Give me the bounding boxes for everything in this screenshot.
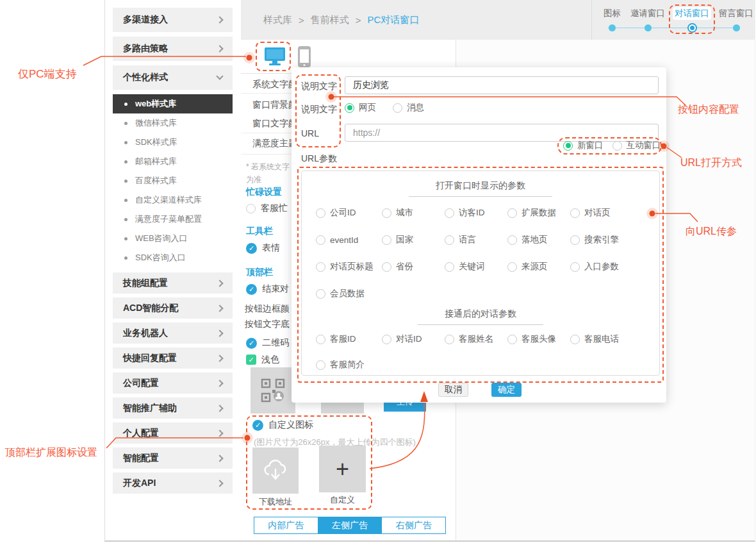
sidebar-submenu-item[interactable]: 自定义渠道样式库 (113, 190, 233, 210)
bullet-icon (124, 256, 127, 260)
url-param-radio[interactable]: 入口参数 (570, 261, 659, 272)
radio-icon (507, 235, 517, 245)
sidebar-submenu-item[interactable]: web样式库 (113, 94, 233, 113)
add-custom-icon-tile[interactable]: + (319, 446, 366, 492)
breadcrumb-item[interactable]: 样式库 (263, 14, 292, 26)
pc-monitor-icon[interactable] (264, 47, 286, 67)
confirm-button[interactable]: 确定 (491, 383, 522, 397)
stepper-step[interactable]: 对话窗口 (673, 7, 711, 33)
download-address-tile[interactable] (252, 447, 299, 494)
url-param-radio[interactable]: 公司ID (316, 207, 382, 219)
stepper-step[interactable]: 邀请窗口 (629, 7, 667, 33)
chevron-right-icon (216, 330, 223, 337)
chat-param-radio[interactable]: 客服电话 (570, 333, 659, 345)
sidebar: 多渠道接入 多路由策略 个性化样式 web样式库 微信样式库 (105, 0, 241, 540)
sidebar-menu-item[interactable]: 智能推广辅助 (113, 397, 233, 419)
sidebar-menu-item[interactable]: 智能配置 (113, 447, 233, 469)
sidebar-menu-item[interactable]: 多路由策略 (113, 37, 233, 61)
sidebar-menu-item[interactable]: 多渠道接入 (113, 8, 233, 32)
sidebar-menu-item[interactable]: 开发API (113, 472, 233, 494)
radio-label: 公司ID (330, 207, 356, 219)
cancel-button[interactable]: 取消 (438, 383, 468, 397)
sidebar-submenu-item[interactable]: 百度样式库 (113, 171, 233, 190)
radio-label: 省份 (396, 261, 413, 272)
radio-icon (570, 335, 580, 344)
url-param-radio[interactable]: 落地页 (507, 234, 570, 246)
check-circle-icon[interactable]: ✓ (252, 420, 263, 431)
stepper-step[interactable]: 留言窗口 (717, 7, 755, 33)
mobile-phone-icon[interactable] (297, 46, 311, 68)
custom-icons-title: 自定义图标 (268, 419, 313, 431)
chat-param-radio[interactable]: 对话ID (382, 333, 445, 345)
sidebar-menu-item[interactable]: ACD智能分配 (113, 297, 233, 319)
radio-label: 客服头像 (522, 333, 556, 345)
url-param-radio[interactable]: 国家 (382, 234, 445, 246)
chat-param-radio[interactable]: 客服ID (316, 333, 382, 345)
sidebar-menu-item[interactable]: 公司配置 (113, 372, 233, 394)
chevron-right-icon (216, 45, 223, 52)
sidebar-menu-item-personalized-style[interactable]: 个性化样式 (113, 65, 233, 90)
url-param-radio[interactable]: 会员数据 (316, 288, 382, 299)
chat-param-radio[interactable]: 客服简介 (316, 359, 382, 371)
stepper-step-label: 邀请窗口 (629, 7, 667, 20)
sidebar-menu-item[interactable]: 业务机器人 (113, 322, 233, 344)
sidebar-menu-label: 多渠道接入 (123, 14, 168, 26)
sidebar-submenu-item[interactable]: 满意度子菜单配置 (113, 210, 233, 229)
busy-settings-title[interactable]: 忙碌设置 (246, 187, 282, 198)
check-circle-icon[interactable]: ✓ (246, 284, 257, 295)
config-stepper: 图标 邀请窗口 对话窗口 留言窗口 工单窗口 (591, 0, 755, 40)
ad-tab-label: 右侧广告 (396, 520, 432, 531)
breadcrumb-item[interactable]: 售前样式 (311, 14, 349, 26)
url-param-radio[interactable]: 对话页 (570, 207, 659, 219)
radio-label: 客服电话 (584, 333, 619, 345)
url-param-radio[interactable]: 访客ID (445, 207, 507, 219)
radio-label: 扩展数据 (522, 207, 556, 219)
breadcrumb: 样式库 > 售前样式 > PC对话窗口 (263, 0, 419, 40)
sidebar-menu-label: 业务机器人 (123, 328, 168, 339)
sidebar-menu-item[interactable]: 快捷回复配置 (113, 347, 233, 369)
topbar-title: 顶部栏 (246, 267, 273, 278)
url-param-radio[interactable]: 城市 (382, 207, 445, 219)
chat-param-radio[interactable]: 客服头像 (507, 333, 570, 345)
content-type-radio[interactable]: 消息 (393, 102, 424, 113)
ad-tab[interactable]: 右侧广告 (381, 517, 445, 533)
url-param-radio[interactable]: eventId (316, 235, 382, 245)
sidebar-menu-item[interactable]: 个人配置 (113, 422, 233, 444)
sidebar-submenu-label: WEB咨询入口 (135, 233, 188, 244)
stepper-step[interactable]: 图标 (602, 7, 623, 33)
radio-label: 关键词 (459, 261, 485, 272)
url-param-radio[interactable]: 来源页 (507, 261, 570, 272)
sidebar-submenu-item[interactable]: SDK样式库 (113, 133, 233, 152)
url-param-radio[interactable]: 省份 (382, 261, 445, 272)
sidebar-submenu-item[interactable]: 微信样式库 (113, 113, 233, 133)
url-input[interactable] (345, 124, 659, 142)
sidebar-menu-label: 开发API (123, 478, 156, 489)
chevron-right-icon (216, 455, 223, 462)
sidebar-menu-label: 个性化样式 (123, 72, 168, 83)
desc-text-input[interactable] (345, 76, 659, 94)
chat-param-radio[interactable]: 客服姓名 (445, 333, 507, 345)
check-circle-icon[interactable]: ✓ (246, 338, 257, 349)
content-type-radio[interactable]: 网页 (345, 102, 376, 113)
url-param-radio[interactable]: 搜索引擎 (570, 234, 659, 246)
ad-tab[interactable]: 内部广告 (254, 517, 318, 533)
sidebar-submenu-item[interactable]: 邮箱样式库 (113, 152, 233, 171)
section-title: 打开窗口时显示的参数 (302, 180, 659, 197)
sidebar-menu-item[interactable]: 技能组配置 (113, 272, 233, 294)
sidebar-submenu-item[interactable]: SDK咨询入口 (113, 248, 233, 267)
radio-icon[interactable] (246, 204, 256, 213)
url-param-radio[interactable]: 扩展数据 (507, 207, 570, 219)
pc-chat-window-style-page: 多渠道接入 多路由策略 个性化样式 web样式库 微信样式库 (0, 0, 756, 543)
url-open-mode-radio[interactable]: 新窗口 (563, 140, 604, 151)
url-param-radio[interactable]: 语言 (445, 234, 507, 246)
ad-tab[interactable]: 左侧广告 (318, 517, 382, 533)
plus-icon: + (336, 456, 349, 483)
url-param-radio[interactable]: 对话页标题 (316, 261, 382, 272)
url-param-radio[interactable]: 关键词 (445, 261, 507, 272)
checkbox-icon[interactable]: ✓ (246, 355, 256, 365)
sidebar-submenu-item[interactable]: WEB咨询入口 (113, 229, 233, 248)
check-circle-icon[interactable]: ✓ (246, 243, 257, 254)
bullet-icon (124, 122, 127, 125)
sidebar-menu-label: 智能配置 (123, 453, 159, 464)
url-open-mode-radio[interactable]: 互动窗口 (612, 140, 661, 151)
